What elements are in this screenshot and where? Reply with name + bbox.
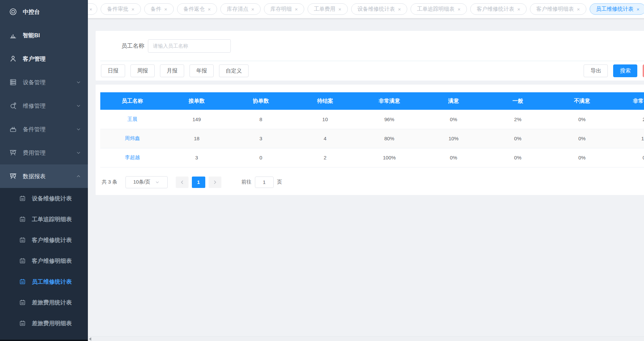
table-cell: 100% [357,148,421,167]
employee-name-link[interactable]: 王晨 [100,110,164,129]
page-size-value: 10条/页 [133,179,150,185]
spare-parts-icon [9,125,17,133]
pagination: 共 3 条 10条/页 1 前往 [100,176,644,188]
sidebar-item-5[interactable]: 备件管理 [0,117,88,141]
tab-11-active[interactable]: 员工维修统计表× [590,3,644,15]
total-count: 共 3 条 [102,179,117,185]
period-button-1[interactable]: 周报 [130,64,155,77]
app-window: 中控台智能BI客户管理设备管理维修管理备件管理费用管理数据报表 设备维修统计表工… [0,0,644,341]
tab-3[interactable]: 备件返仓× [177,3,217,15]
goto-page-input[interactable] [255,177,274,188]
sidebar-item-label: 客户管理 [23,55,46,63]
export-button[interactable]: 导出 [584,64,608,77]
period-button-2[interactable]: 月报 [160,64,184,77]
tab-close-icon[interactable]: × [577,7,580,12]
sidebar-subitem-label: 差旅费用统计表 [32,299,72,306]
column-header-5: 满意 [421,92,485,110]
column-header-0: 员工名称 [100,92,164,110]
tab-10[interactable]: 客户维修明细表× [530,3,586,15]
sidebar-subitem-label: 员工维修统计表 [32,278,72,286]
sidebar-subitem-1[interactable]: 工单追踪明细表 [0,209,88,230]
tab-label: 客户维修明细表 [536,6,574,13]
content: 员工名称 日报周报月报年报自定义导出 搜索 清空所有 员工名称接单数协单数待结案… [88,18,644,341]
tab-close-icon[interactable]: × [458,7,461,12]
tab-9[interactable]: 客户维修统计表× [470,3,527,15]
tab-8[interactable]: 工单追踪明细表× [411,3,467,15]
sidebar-item-6[interactable]: 费用管理 [0,141,88,164]
column-header-1: 接单数 [164,92,228,110]
chevron-down-icon [76,127,81,132]
chevron-down-icon [76,80,81,85]
sidebar-item-0[interactable]: 中控台 [0,0,88,23]
column-header-2: 协单数 [229,92,293,110]
tab-close-icon[interactable]: × [295,7,298,12]
employee-name-link[interactable]: 李超越 [100,148,164,167]
table-row-0: 王晨14981096%0%2%0%2% [100,110,644,129]
tab-7[interactable]: 设备维修统计表× [351,3,408,15]
sidebar-subitem-3[interactable]: 客户维修明细表 [0,250,88,271]
tab-0[interactable]: × [88,3,97,15]
customer-icon [9,55,17,63]
sidebar-subitem-0[interactable]: 设备维修统计表 [0,188,88,209]
chevron-down-icon [155,180,160,185]
page-unit-label: 页 [277,179,282,185]
horizontal-scrollbar[interactable] [88,336,644,341]
employee-name-input[interactable] [148,39,231,53]
sidebar-item-label: 备件管理 [23,126,46,133]
period-button-4[interactable]: 自定义 [219,64,249,77]
clear-all-button[interactable]: 清空所有 [643,64,644,77]
table-cell: 8 [229,110,293,129]
table-cell: 2 [293,148,357,167]
repair-icon [9,102,17,110]
table-row-2: 李超越302100%0%0%0%0% [100,148,644,167]
sidebar-subitem-2[interactable]: 客户维修统计表 [0,230,88,250]
sidebar-item-1[interactable]: 智能BI [0,23,88,47]
page-size-select[interactable]: 10条/页 [125,176,168,188]
sidebar-item-label: 设备管理 [23,79,46,86]
period-button-0[interactable]: 日报 [101,64,125,77]
sidebar-menu: 中控台智能BI客户管理设备管理维修管理备件管理费用管理数据报表 [0,0,88,188]
tab-2[interactable]: 备件× [144,3,174,15]
tab-close-icon[interactable]: × [398,7,401,12]
sidebar-subitem-label: 客户维修统计表 [32,236,72,244]
tab-5[interactable]: 库存明细× [264,3,304,15]
tab-label: 员工维修统计表 [596,6,634,13]
column-header-4: 非常满意 [357,92,421,110]
period-button-3[interactable]: 年报 [190,64,214,77]
tab-close-icon[interactable]: × [251,7,254,12]
tab-bar: ×备件审批×备件×备件返仓×库存清点×库存明细×工单费用×设备维修统计表×工单追… [88,0,644,18]
chevron-up-icon [76,174,81,179]
name-filter-row: 员工名称 [96,31,644,61]
sidebar-subitem-6[interactable]: 差旅费用明细表 [0,313,88,334]
column-header-3: 待结案 [293,92,357,110]
actions-row: 日报周报月报年报自定义导出 搜索 清空所有 [96,61,644,81]
tab-close-icon[interactable]: × [164,7,167,12]
tab-6[interactable]: 工单费用× [308,3,348,15]
column-header-6: 一般 [486,92,550,110]
tab-close-icon[interactable]: × [637,7,640,12]
employee-name-link[interactable]: 周炜鑫 [100,129,164,148]
table-cell: 10 [293,110,357,129]
tab-close-icon[interactable]: × [131,7,135,12]
tab-close-icon[interactable]: × [89,7,92,12]
page-number-1[interactable]: 1 [192,177,205,188]
tab-close-icon[interactable]: × [338,7,341,12]
sidebar-item-7[interactable]: 数据报表 [0,164,88,188]
next-page-button[interactable] [209,177,221,188]
table-cell: 3 [164,148,228,167]
sidebar-item-4[interactable]: 维修管理 [0,94,88,117]
tab-label: 工单费用 [314,6,335,13]
chevron-left-icon [180,180,184,185]
tab-close-icon[interactable]: × [208,7,211,12]
sidebar-item-3[interactable]: 设备管理 [0,70,88,94]
tab-1[interactable]: 备件审批× [101,3,141,15]
prev-page-button[interactable] [176,177,189,188]
notebook-icon [19,215,26,223]
sidebar-subitem-label: 差旅费用明细表 [32,320,72,327]
tab-close-icon[interactable]: × [517,7,520,12]
search-button[interactable]: 搜索 [613,64,637,77]
sidebar-subitem-5[interactable]: 差旅费用统计表 [0,292,88,313]
tab-4[interactable]: 库存清点× [220,3,261,15]
sidebar-subitem-4-active[interactable]: 员工维修统计表 [0,271,88,292]
sidebar-item-2[interactable]: 客户管理 [0,47,88,70]
